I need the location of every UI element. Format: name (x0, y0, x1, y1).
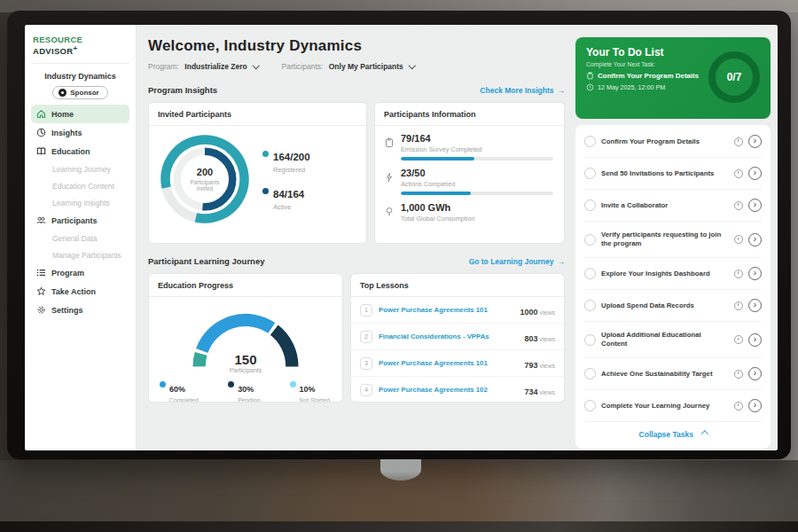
monitor-stand (380, 458, 421, 481)
sidebar-item-learning-insights[interactable]: Learning Insights (31, 194, 129, 211)
task-label: Upload Additional Educational Content (601, 331, 729, 348)
task-checkbox[interactable] (584, 200, 596, 211)
task-chevron-button[interactable]: › (748, 199, 762, 212)
legend-value: 60% (169, 385, 185, 394)
clock-icon (734, 370, 743, 379)
collapse-tasks-button[interactable]: Collapse Tasks (584, 421, 762, 448)
lesson-title-link[interactable]: Power Purchase Agreements 101 (379, 306, 513, 314)
main-content: Welcome, Industry Dynamics Program: Indu… (137, 25, 575, 450)
task-chevron-button[interactable]: › (748, 333, 762, 347)
task-chevron-button[interactable]: › (748, 135, 762, 148)
sidebar-item-label: Education (51, 147, 90, 156)
lesson-title-link[interactable]: Financial Considerations - VPPAs (379, 332, 518, 340)
legend-dot (262, 188, 269, 194)
link-label: Check More Insights (480, 86, 553, 95)
task-chevron-button[interactable]: › (748, 367, 762, 380)
lesson-title-link[interactable]: Power Purchase Agreements 102 (379, 386, 518, 394)
program-insights-section-header: Program Insights Check More Insights → (148, 85, 565, 95)
clock-icon (734, 137, 743, 146)
sidebar-item-insights[interactable]: Insights (31, 123, 129, 142)
legend-label: Not Started (300, 397, 330, 403)
sidebar-item-take-action[interactable]: Take Action (31, 282, 129, 301)
go-to-learning-journey-link[interactable]: Go to Learning Journey → (469, 257, 565, 266)
sidebar-item-label: Program (51, 269, 84, 278)
legend-dot (262, 151, 269, 157)
legend-value: 10% (300, 385, 316, 394)
clipboard-icon (384, 137, 395, 148)
task-checkbox[interactable] (584, 268, 596, 279)
lesson-views-label: views (539, 389, 555, 395)
todo-task-row[interactable]: Complete Your Learning Journey › (584, 389, 762, 421)
legend-value: 30% (238, 385, 254, 394)
monitor-bezel: RESOURCE ADVISOR+ Industry Dynamics Spon… (7, 11, 791, 459)
legend-dot (228, 381, 234, 387)
sidebar: RESOURCE ADVISOR+ Industry Dynamics Spon… (25, 25, 137, 450)
todo-progress-ring: 0/7 (708, 51, 760, 103)
task-chevron-button[interactable]: › (748, 399, 762, 412)
program-filter-dropdown[interactable]: Program: Industrialize Zero (148, 62, 259, 71)
task-chevron-button[interactable]: › (748, 267, 762, 280)
sidebar-item-learning-journey[interactable]: Learning Journey (31, 160, 129, 177)
todo-task-row[interactable]: Upload Spend Data Records › (584, 289, 762, 321)
sidebar-item-manage-participants[interactable]: Manage Participants (31, 246, 129, 263)
card-title: Participants Information (375, 103, 564, 126)
participants-information-card: Participants Information 79/164 Emission… (374, 102, 565, 244)
sponsor-badge: Sponsor (52, 86, 107, 99)
legend-item-completed: 60% Completed (160, 379, 199, 403)
clock-icon (734, 402, 743, 411)
todo-task-row[interactable]: Verify participants requesting to join t… (584, 221, 762, 257)
sidebar-item-education[interactable]: Education (31, 142, 129, 160)
todo-task-row[interactable]: Send 50 Invitations to Participants › (584, 157, 762, 189)
lesson-title-link[interactable]: Power Purchase Agreements 101 (379, 359, 518, 367)
sidebar-item-home[interactable]: Home (31, 105, 129, 123)
lesson-rank: 4 (360, 384, 372, 396)
task-chevron-button[interactable]: › (748, 167, 762, 180)
task-label: Achieve One Sustainability Target (601, 370, 729, 379)
legend-label: Completed (169, 397, 199, 403)
task-checkbox[interactable] (584, 234, 596, 246)
todo-task-row[interactable]: Confirm Your Program Details › (584, 126, 762, 157)
learning-journey-cards: Education Progress 150 Participants 60% … (148, 273, 565, 403)
chevron-down-icon (409, 61, 416, 68)
lesson-row: 3 Power Purchase Agreements 101 793views (351, 350, 564, 377)
task-checkbox[interactable] (584, 136, 596, 147)
task-checkbox[interactable] (584, 300, 596, 311)
gauge-center-label: Participants (179, 367, 312, 373)
participants-filter-label: Participants: (282, 62, 324, 71)
sidebar-item-participants[interactable]: Participants (31, 211, 129, 230)
task-checkbox[interactable] (584, 400, 596, 411)
chevron-up-icon (701, 431, 708, 438)
todo-task-row[interactable]: Upload Additional Educational Content › (584, 321, 762, 357)
sidebar-item-education-content[interactable]: Education Content (31, 177, 129, 194)
filter-bar: Program: Industrialize Zero Participants… (148, 62, 565, 71)
sidebar-item-settings[interactable]: Settings (31, 301, 129, 319)
participants-filter-dropdown[interactable]: Participants: Only My Participants (282, 62, 415, 71)
top-lessons-card: Top Lessons 1 Power Purchase Agreements … (350, 273, 565, 403)
legend-value: 84/164 (273, 189, 304, 200)
todo-task-row[interactable]: Explore Your Insights Dashboard › (584, 257, 762, 289)
sidebar-item-program[interactable]: Program (31, 263, 129, 282)
task-checkbox[interactable] (584, 168, 596, 179)
legend-dot (160, 381, 166, 387)
task-chevron-button[interactable]: › (748, 299, 762, 312)
check-more-insights-link[interactable]: Check More Insights → (480, 86, 565, 95)
legend-item-active: 84/164 Active (262, 185, 310, 211)
sidebar-item-label: Home (51, 110, 74, 119)
todo-task-row[interactable]: Invite a Collaborator › (584, 189, 762, 221)
education-progress-card: Education Progress 150 Participants 60% … (148, 273, 343, 403)
todo-task-row[interactable]: Achieve One Sustainability Target › (584, 357, 762, 389)
dashboard-screen: RESOURCE ADVISOR+ Industry Dynamics Spon… (25, 25, 778, 450)
stat-value: 1,000 GWh (401, 203, 553, 213)
organization-name: Industry Dynamics (31, 72, 129, 81)
task-label: Upload Spend Data Records (601, 301, 729, 310)
lesson-views-label: views (539, 309, 555, 316)
donut-center-value: 200 (197, 167, 213, 177)
legend-label: Registered (273, 166, 310, 174)
task-checkbox[interactable] (584, 368, 596, 379)
lesson-rank: 1 (360, 304, 372, 317)
sidebar-item-general-data[interactable]: General Data (31, 230, 129, 246)
task-checkbox[interactable] (584, 334, 596, 346)
task-chevron-button[interactable]: › (748, 233, 762, 246)
sidebar-item-label: Participants (51, 216, 98, 225)
legend-value: 164/200 (273, 152, 310, 162)
